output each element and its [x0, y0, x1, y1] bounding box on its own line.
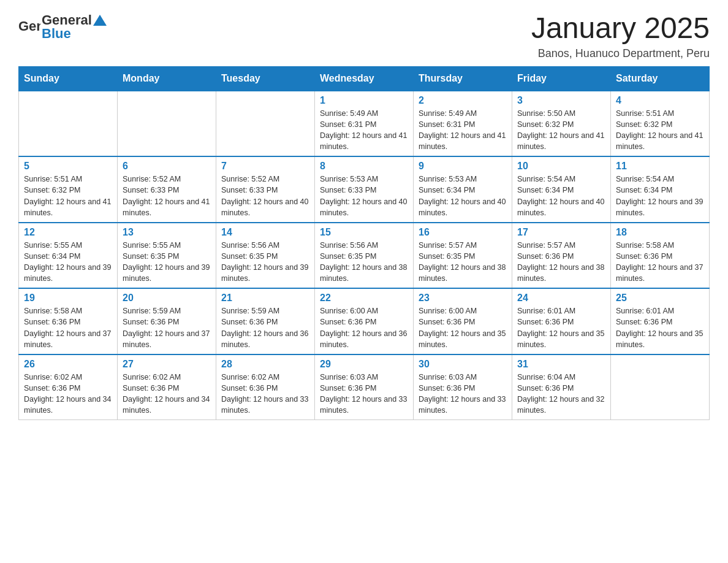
day-info: Sunrise: 5:56 AMSunset: 6:35 PMDaylight:…	[320, 240, 408, 285]
day-number: 21	[221, 293, 309, 304]
calendar-cell: 16Sunrise: 5:57 AMSunset: 6:35 PMDayligh…	[414, 223, 512, 289]
day-info: Sunrise: 5:59 AMSunset: 6:36 PMDaylight:…	[123, 305, 211, 350]
day-number: 5	[24, 161, 112, 172]
col-header-wednesday: Wednesday	[315, 66, 414, 91]
day-info: Sunrise: 5:50 AMSunset: 6:32 PMDaylight:…	[517, 108, 605, 153]
day-number: 25	[616, 293, 704, 304]
day-number: 13	[123, 227, 211, 238]
calendar-cell: 29Sunrise: 6:03 AMSunset: 6:36 PMDayligh…	[315, 354, 414, 420]
day-number: 6	[123, 161, 211, 172]
calendar-cell: 30Sunrise: 6:03 AMSunset: 6:36 PMDayligh…	[414, 354, 512, 420]
calendar-title: January 2025	[531, 12, 710, 45]
calendar-cell: 13Sunrise: 5:55 AMSunset: 6:35 PMDayligh…	[118, 223, 216, 289]
day-number: 1	[320, 95, 408, 106]
calendar-cell: 22Sunrise: 6:00 AMSunset: 6:36 PMDayligh…	[315, 288, 414, 354]
col-header-tuesday: Tuesday	[216, 66, 315, 91]
calendar-cell: 10Sunrise: 5:54 AMSunset: 6:34 PMDayligh…	[512, 156, 611, 223]
calendar-cell: 26Sunrise: 6:02 AMSunset: 6:36 PMDayligh…	[19, 354, 118, 420]
day-info: Sunrise: 6:00 AMSunset: 6:36 PMDaylight:…	[419, 305, 507, 350]
calendar-cell: 1Sunrise: 5:49 AMSunset: 6:31 PMDaylight…	[315, 91, 414, 157]
day-number: 3	[517, 95, 605, 106]
day-number: 31	[517, 359, 605, 370]
day-info: Sunrise: 5:51 AMSunset: 6:32 PMDaylight:…	[616, 108, 704, 153]
logo: General General Blue	[18, 12, 108, 42]
day-number: 12	[24, 227, 112, 238]
calendar-cell: 25Sunrise: 6:01 AMSunset: 6:36 PMDayligh…	[611, 288, 710, 354]
calendar-cell: 2Sunrise: 5:49 AMSunset: 6:31 PMDaylight…	[414, 91, 512, 157]
day-number: 2	[419, 95, 507, 106]
day-info: Sunrise: 5:52 AMSunset: 6:33 PMDaylight:…	[221, 174, 309, 218]
day-number: 26	[24, 359, 112, 370]
day-info: Sunrise: 5:49 AMSunset: 6:31 PMDaylight:…	[419, 108, 507, 153]
col-header-friday: Friday	[512, 66, 611, 91]
svg-text:General: General	[18, 18, 40, 34]
day-info: Sunrise: 5:58 AMSunset: 6:36 PMDaylight:…	[24, 305, 112, 350]
day-number: 7	[221, 161, 309, 172]
calendar-cell: 20Sunrise: 5:59 AMSunset: 6:36 PMDayligh…	[118, 288, 216, 354]
day-info: Sunrise: 6:01 AMSunset: 6:36 PMDaylight:…	[616, 305, 704, 350]
calendar-header-row: SundayMondayTuesdayWednesdayThursdayFrid…	[19, 66, 710, 91]
calendar-cell: 17Sunrise: 5:57 AMSunset: 6:36 PMDayligh…	[512, 223, 611, 289]
calendar-cell: 19Sunrise: 5:58 AMSunset: 6:36 PMDayligh…	[19, 288, 118, 354]
calendar-cell	[216, 91, 315, 157]
day-number: 23	[419, 293, 507, 304]
calendar-week-row: 19Sunrise: 5:58 AMSunset: 6:36 PMDayligh…	[19, 288, 710, 354]
day-info: Sunrise: 5:58 AMSunset: 6:36 PMDaylight:…	[616, 240, 704, 285]
day-info: Sunrise: 6:03 AMSunset: 6:36 PMDaylight:…	[419, 372, 507, 416]
logo-icon: General	[18, 18, 40, 36]
calendar-cell: 11Sunrise: 5:54 AMSunset: 6:34 PMDayligh…	[611, 156, 710, 223]
day-info: Sunrise: 6:02 AMSunset: 6:36 PMDaylight:…	[123, 372, 211, 416]
col-header-thursday: Thursday	[414, 66, 512, 91]
day-info: Sunrise: 5:54 AMSunset: 6:34 PMDaylight:…	[616, 174, 704, 218]
col-header-saturday: Saturday	[611, 66, 710, 91]
day-info: Sunrise: 5:52 AMSunset: 6:33 PMDaylight:…	[123, 174, 211, 218]
day-number: 14	[221, 227, 309, 238]
day-info: Sunrise: 5:55 AMSunset: 6:35 PMDaylight:…	[123, 240, 211, 285]
day-number: 9	[419, 161, 507, 172]
day-number: 10	[517, 161, 605, 172]
day-number: 4	[616, 95, 704, 106]
calendar-cell	[611, 354, 710, 420]
day-info: Sunrise: 6:00 AMSunset: 6:36 PMDaylight:…	[320, 305, 408, 350]
day-number: 29	[320, 359, 408, 370]
day-info: Sunrise: 6:01 AMSunset: 6:36 PMDaylight:…	[517, 305, 605, 350]
calendar-table: SundayMondayTuesdayWednesdayThursdayFrid…	[18, 66, 710, 421]
calendar-cell: 4Sunrise: 5:51 AMSunset: 6:32 PMDaylight…	[611, 91, 710, 157]
svg-marker-1	[93, 15, 107, 26]
day-info: Sunrise: 5:51 AMSunset: 6:32 PMDaylight:…	[24, 174, 112, 218]
calendar-cell: 12Sunrise: 5:55 AMSunset: 6:34 PMDayligh…	[19, 223, 118, 289]
day-number: 27	[123, 359, 211, 370]
calendar-cell: 14Sunrise: 5:56 AMSunset: 6:35 PMDayligh…	[216, 223, 315, 289]
calendar-cell: 6Sunrise: 5:52 AMSunset: 6:33 PMDaylight…	[118, 156, 216, 223]
calendar-week-row: 26Sunrise: 6:02 AMSunset: 6:36 PMDayligh…	[19, 354, 710, 420]
calendar-cell: 23Sunrise: 6:00 AMSunset: 6:36 PMDayligh…	[414, 288, 512, 354]
day-number: 22	[320, 293, 408, 304]
day-info: Sunrise: 5:49 AMSunset: 6:31 PMDaylight:…	[320, 108, 408, 153]
day-info: Sunrise: 5:55 AMSunset: 6:34 PMDaylight:…	[24, 240, 112, 285]
day-info: Sunrise: 5:59 AMSunset: 6:36 PMDaylight:…	[221, 305, 309, 350]
calendar-cell: 5Sunrise: 5:51 AMSunset: 6:32 PMDaylight…	[19, 156, 118, 223]
day-number: 30	[419, 359, 507, 370]
day-info: Sunrise: 6:04 AMSunset: 6:36 PMDaylight:…	[517, 372, 605, 416]
calendar-cell: 21Sunrise: 5:59 AMSunset: 6:36 PMDayligh…	[216, 288, 315, 354]
calendar-cell	[19, 91, 118, 157]
calendar-cell: 15Sunrise: 5:56 AMSunset: 6:35 PMDayligh…	[315, 223, 414, 289]
calendar-cell: 9Sunrise: 5:53 AMSunset: 6:34 PMDaylight…	[414, 156, 512, 223]
day-info: Sunrise: 5:56 AMSunset: 6:35 PMDaylight:…	[221, 240, 309, 285]
page-header: General General Blue January 2025 Banos,…	[18, 12, 710, 60]
day-number: 28	[221, 359, 309, 370]
col-header-monday: Monday	[118, 66, 216, 91]
day-info: Sunrise: 5:57 AMSunset: 6:36 PMDaylight:…	[517, 240, 605, 285]
calendar-cell: 18Sunrise: 5:58 AMSunset: 6:36 PMDayligh…	[611, 223, 710, 289]
calendar-week-row: 5Sunrise: 5:51 AMSunset: 6:32 PMDaylight…	[19, 156, 710, 223]
calendar-cell: 7Sunrise: 5:52 AMSunset: 6:33 PMDaylight…	[216, 156, 315, 223]
title-block: January 2025 Banos, Huanuco Department, …	[531, 12, 710, 60]
day-info: Sunrise: 5:53 AMSunset: 6:34 PMDaylight:…	[419, 174, 507, 218]
day-number: 24	[517, 293, 605, 304]
day-number: 16	[419, 227, 507, 238]
calendar-week-row: 12Sunrise: 5:55 AMSunset: 6:34 PMDayligh…	[19, 223, 710, 289]
calendar-subtitle: Banos, Huanuco Department, Peru	[531, 47, 710, 60]
day-number: 20	[123, 293, 211, 304]
logo-triangle-icon	[93, 13, 107, 27]
calendar-cell	[118, 91, 216, 157]
